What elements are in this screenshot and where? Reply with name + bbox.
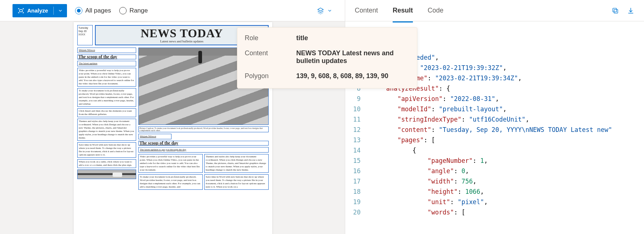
- all-pages-label: All pages: [85, 7, 111, 14]
- region-paragraph[interactable]: Video provides a powerful way to help yo…: [77, 68, 136, 87]
- analyze-label: Analyze: [27, 7, 48, 14]
- layers-icon: [317, 7, 324, 14]
- toolbar: Analyze All pages Range: [0, 0, 345, 21]
- region-paragraph[interactable]: Click Insert and then choose the element…: [77, 108, 136, 117]
- region-paragraph[interactable]: To make your document look professionall…: [77, 88, 136, 107]
- inspector-label-polygon: Polygon: [245, 72, 289, 80]
- region-paragraph[interactable]: When you work on a table, click where yo…: [77, 159, 136, 168]
- region-date[interactable]: Tuesday Sep 20 XXXX: [77, 25, 93, 45]
- svg-rect-0: [20, 10, 22, 12]
- inspector-value-role: title: [296, 34, 410, 42]
- inspector-label-content: Content: [245, 49, 289, 65]
- region-headline[interactable]: The scoop of the day: [77, 55, 136, 59]
- inspector-label-role: Role: [245, 34, 289, 42]
- region-subhead[interactable]: The latest updates to get you through th…: [138, 147, 269, 153]
- chevron-down-icon: [327, 8, 332, 13]
- result-tab-strip: Content Result Code: [345, 0, 644, 21]
- svg-rect-1: [614, 9, 618, 13]
- region-paragraph[interactable]: Themes and styles also help keep your do…: [204, 154, 269, 173]
- inspector-value-polygon: 139, 9, 608, 8, 608, 89, 139, 90: [296, 72, 410, 80]
- inspector-popover: Role title Content NEWS TODAY Latest new…: [237, 27, 417, 88]
- radio-icon: [119, 7, 127, 14]
- tab-code[interactable]: Code: [428, 4, 443, 17]
- tab-content[interactable]: Content: [355, 4, 378, 17]
- region-paragraph[interactable]: Video provides a powerful way to help yo…: [138, 154, 203, 173]
- scan-icon: [18, 7, 24, 14]
- radio-icon: [75, 7, 82, 14]
- region-author[interactable]: Mirjam Nilsson: [138, 134, 171, 139]
- analyze-split-button[interactable]: Analyze: [13, 4, 67, 17]
- range-radio[interactable]: Range: [119, 7, 148, 14]
- copy-icon[interactable]: [612, 7, 619, 14]
- analyze-button[interactable]: Analyze: [13, 4, 53, 17]
- region-author[interactable]: Mirjam Nilsson: [77, 48, 136, 53]
- region-caption[interactable]: Picture Caption: To make your document l…: [138, 126, 269, 132]
- tab-result[interactable]: Result: [393, 4, 413, 17]
- region-paragraph[interactable]: Save time in Word with new buttons that …: [77, 142, 136, 158]
- region-paragraph[interactable]: To make your document look professionall…: [138, 174, 203, 190]
- range-label: Range: [130, 7, 148, 14]
- all-pages-radio[interactable]: All pages: [75, 7, 111, 14]
- download-icon[interactable]: [627, 7, 634, 14]
- region-headline[interactable]: The scoop of the day: [138, 141, 269, 146]
- svg-rect-2: [613, 8, 616, 12]
- analyze-dropdown[interactable]: [54, 4, 67, 17]
- region-paragraph[interactable]: Themes and styles also help keep your do…: [77, 119, 136, 141]
- region-paragraph[interactable]: Save time in Word with new buttons that …: [204, 174, 269, 190]
- region-subhead[interactable]: The latest updates: [77, 61, 136, 66]
- layers-button[interactable]: [317, 7, 332, 14]
- inspector-value-content: NEWS TODAY Latest news and bulletin upda…: [296, 49, 410, 65]
- region-image[interactable]: [77, 170, 136, 179]
